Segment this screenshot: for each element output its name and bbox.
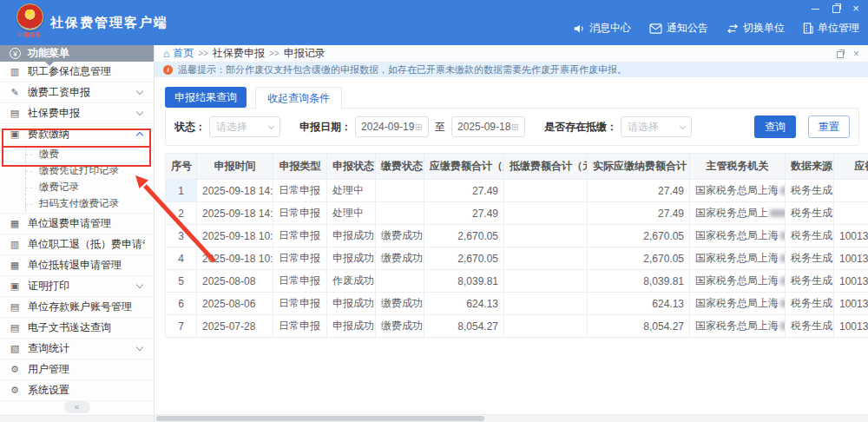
sidebar-header-label: 功能菜单: [28, 46, 69, 61]
sidebar-subitem[interactable]: 扫码支付缴费记录: [0, 195, 154, 212]
cell-payable: 27.49: [424, 202, 504, 225]
sidebar-item-label: 缴费工资申报: [28, 85, 130, 100]
redacted-text: [780, 254, 786, 262]
sidebar-subitem[interactable]: 缴费记录: [0, 179, 154, 195]
column-header: 申报时间: [197, 154, 273, 180]
printer-icon: ▤: [9, 322, 21, 333]
redacted-text: [780, 232, 786, 240]
sidebar-subitem[interactable]: 缴费凭证打印记录: [0, 162, 154, 179]
table-row[interactable]: 72025-07-28日常申报申报成功缴费成功8,054.278,054.27国…: [166, 315, 868, 338]
cell-source: 税务生成: [786, 315, 834, 338]
cell-authority: 国家税务总局上海务局: [690, 270, 786, 293]
cell-no: 3: [166, 225, 197, 247]
sidebar-item[interactable]: ▦单位抵转退申请管理: [0, 255, 154, 276]
cell-time: 2025-07-28: [197, 315, 273, 338]
cell-no: 5: [166, 270, 197, 293]
cell-declare_status: 作废成功: [327, 270, 376, 293]
info-icon: i: [163, 65, 173, 75]
table-row[interactable]: 32025-09-18 10:14:02日常申报申报成功缴费成功2,670.05…: [166, 225, 868, 247]
cell-actual: 2,670.05: [588, 247, 690, 270]
cell-time: 2025-09-18 10:14:02: [197, 225, 273, 247]
cell-time: 2025-09-18 10:13:35: [197, 247, 273, 270]
breadcrumb-separator: >>: [198, 49, 208, 58]
swap-icon: [727, 23, 739, 34]
cell-pay_status: [376, 270, 424, 293]
table-icon: ▦: [9, 260, 21, 271]
table-row[interactable]: 12025-09-18 14:09:25日常申报处理中27.4927.49国家税…: [166, 180, 868, 202]
cell-offset: [504, 270, 588, 293]
main-area: ⌂ 首页 >> 社保费申报 >> 申报记录 × i 温馨提示：部分作废仅支持包含…: [155, 45, 868, 422]
sidebar-item[interactable]: ⚙用户管理: [0, 359, 154, 380]
national-emblem-icon: [16, 3, 43, 30]
cell-offset: [504, 180, 588, 202]
cell-cert: 100131: [834, 315, 868, 338]
date-from-input[interactable]: 2024-09-19 ⊞: [355, 116, 429, 137]
topbar-menu: 消息中心 通知公告 切换单位 单位管理: [573, 21, 859, 36]
redacted-text: [780, 300, 786, 307]
sidebar-item[interactable]: ▤社保费申报: [0, 103, 154, 124]
sidebar-item[interactable]: ▥职工参保信息管理: [0, 62, 154, 82]
sidebar-item-label: 单位职工退（抵）费申请管理: [28, 237, 145, 252]
to-label: 至: [435, 120, 445, 135]
sidebar-item[interactable]: ▤单位存款账户账号管理: [0, 297, 154, 318]
sidebar-item[interactable]: ⚙系统设置: [0, 380, 154, 401]
sidebar-item[interactable]: ✎缴费工资申报: [0, 82, 154, 103]
cell-declare_status: 处理中: [327, 180, 376, 202]
chevron-down-icon: [680, 122, 686, 129]
sidebar-item[interactable]: ▣证明打印: [0, 276, 154, 297]
sidebar-item[interactable]: ▣费款缴纳: [0, 124, 154, 145]
cell-no: 2: [166, 202, 197, 225]
cell-authority: 国家税务总局上海务局: [690, 293, 786, 315]
sidebar-collapse-button[interactable]: «: [64, 401, 90, 413]
breadcrumb-home-link[interactable]: 首页: [173, 46, 194, 61]
result-query-button[interactable]: 申报结果查询: [165, 87, 247, 108]
offset-select[interactable]: 请选择: [621, 116, 692, 137]
sidebar-bottom-bar: [0, 415, 154, 422]
unit-management-button[interactable]: 单位管理: [803, 21, 859, 36]
building-icon: [803, 23, 813, 34]
form-icon: ▤: [9, 108, 21, 119]
topbar-label: 单位管理: [818, 21, 859, 36]
table-row[interactable]: 22025-09-18 14:02:38日常申报处理中27.4927.49国家税…: [166, 202, 868, 225]
notice-button[interactable]: 通知公告: [649, 21, 708, 36]
panel-close-icon[interactable]: ×: [853, 49, 859, 58]
switch-unit-button[interactable]: 切换单位: [727, 21, 785, 36]
cell-actual: 8,039.81: [588, 270, 690, 293]
redacted-text: [770, 209, 786, 217]
sidebar-item[interactable]: ▥单位职工退（抵）费申请管理: [0, 234, 154, 255]
column-header: 实际应缴纳费额合计（...: [588, 154, 690, 180]
horizontal-scrollbar[interactable]: [155, 414, 868, 422]
breadcrumb-current: 申报记录: [284, 46, 326, 61]
table-row[interactable]: 52025-08-08日常申报作废成功8,039.818,039.81国家税务总…: [166, 270, 868, 293]
maximize-button[interactable]: [831, 3, 841, 13]
query-button[interactable]: 查询: [754, 115, 796, 138]
collapse-query-tab[interactable]: 收起查询条件: [255, 87, 342, 109]
sidebar-item-label: 社保费申报: [28, 106, 130, 121]
sidebar-subitem[interactable]: 缴费: [0, 146, 154, 162]
sidebar-item[interactable]: ▦单位退费申请管理: [0, 214, 154, 234]
cell-offset: [504, 247, 588, 270]
date-from-value: 2024-09-19: [361, 121, 414, 133]
minimize-button[interactable]: [811, 3, 821, 13]
sidebar-menu: ▥职工参保信息管理✎缴费工资申报▤社保费申报▣费款缴纳缴费缴费凭证打印记录缴费记…: [0, 62, 154, 401]
chevron-down-icon: [268, 122, 274, 129]
chevron-down-icon: [136, 88, 143, 95]
scrollbar-thumb[interactable]: [156, 416, 484, 421]
cell-authority: 国家税务总局上海税务局: [690, 180, 786, 202]
cell-payable: 27.49: [424, 180, 504, 202]
date-to-input[interactable]: 2025-09-18 ⊞: [451, 116, 525, 137]
status-select[interactable]: 请选择: [209, 116, 280, 137]
sidebar-item-label: 查询统计: [28, 341, 130, 356]
column-header: 申报状态: [327, 154, 376, 180]
column-header: 抵缴费额合计（元）: [504, 154, 588, 180]
status-select-value: 请选择: [216, 120, 247, 135]
tip-text: 温馨提示：部分作废仅支持包含缓缴的申报数据，如存在已开票未缴款的数据需要先作废开…: [178, 63, 627, 76]
sidebar-item[interactable]: ▧查询统计: [0, 339, 154, 359]
sidebar-item[interactable]: ▤电子文书送达查询: [0, 318, 154, 339]
message-center-button[interactable]: 消息中心: [573, 21, 631, 36]
reset-button[interactable]: 重置: [808, 115, 850, 138]
panel-restore-icon[interactable]: [837, 49, 845, 57]
close-button[interactable]: ×: [851, 3, 861, 13]
table-row[interactable]: 42025-09-18 10:13:35日常申报申报成功缴费成功2,670.05…: [166, 247, 868, 270]
table-row[interactable]: 62025-08-06日常申报申报成功缴费成功624.13624.13国家税务总…: [166, 293, 868, 315]
